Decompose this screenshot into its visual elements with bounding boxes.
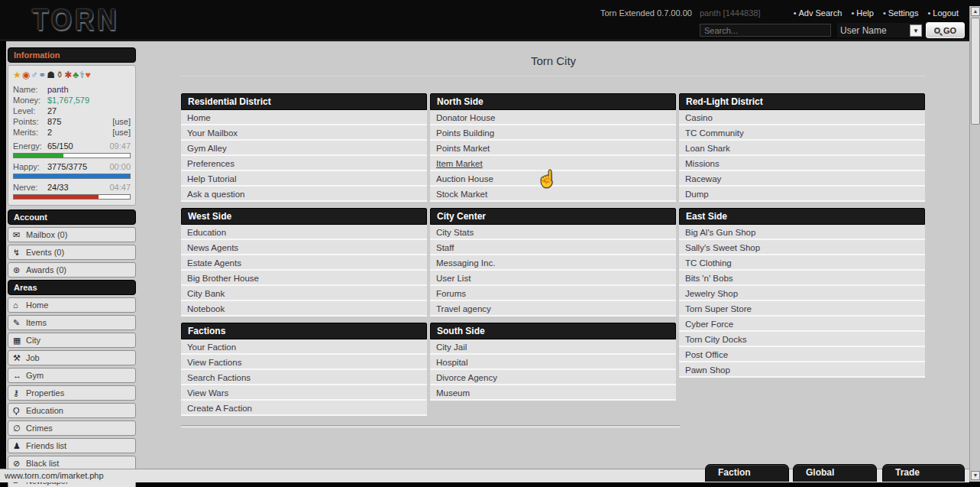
cursor-pointer: ☝ — [537, 170, 557, 188]
scroll-down-icon[interactable]: ▼ — [971, 471, 980, 480]
scrollbar[interactable]: ▲ ▼ — [969, 6, 980, 482]
scrollbar-thumb[interactable] — [971, 18, 980, 125]
chat-tabs: FactionGlobalTrade — [0, 0, 980, 487]
scroll-up-icon[interactable]: ▲ — [971, 7, 980, 16]
torn-city-page: TORN Torn Extended 0.7.00.00 panth [1444… — [0, 0, 980, 487]
chat-tab-global[interactable]: Global — [793, 464, 877, 482]
chat-tab-faction[interactable]: Faction — [705, 464, 789, 482]
chat-tab-trade[interactable]: Trade — [882, 464, 965, 482]
